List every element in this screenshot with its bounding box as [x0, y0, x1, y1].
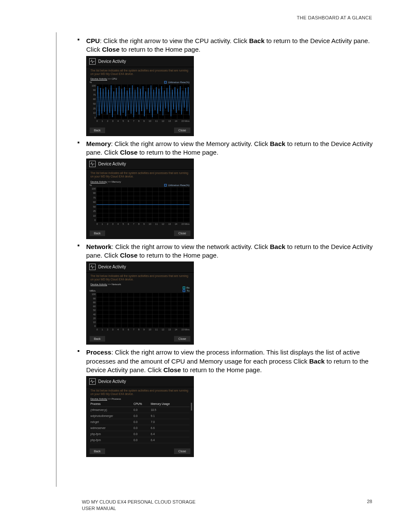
memory-chart: % 1009075605025100 012345678910111213141…: [90, 187, 190, 226]
panel-title: Device Activity: [98, 379, 126, 384]
item-network: Network: Click the right arrow to view t…: [86, 243, 385, 345]
panel-network: Device Activity The list below indicates…: [86, 261, 194, 345]
process-text: Process: Click the right arrow to view t…: [86, 348, 385, 374]
bc-root[interactable]: Device Activity: [90, 283, 107, 286]
panel-process: Device Activity The list below indicates…: [86, 376, 194, 457]
table-row: (nfmserver;p)0.010.5: [90, 407, 190, 413]
footer-product: WD MY CLOUD EX4 PERSONAL CLOUD STORAGE: [82, 499, 196, 505]
panel-cpu: Device Activity The list below indicates…: [86, 56, 194, 136]
panel-title: Device Activity: [98, 162, 126, 166]
close-button[interactable]: Close: [174, 448, 190, 454]
back-button[interactable]: Back: [90, 336, 105, 342]
vertical-rule: [56, 32, 56, 487]
breadcrumb: Device Activity >> Memory: [86, 180, 194, 184]
y-unit: MB/s: [90, 289, 96, 292]
cpu-text: CPU: Click the right arrow to view the C…: [86, 37, 385, 54]
close-button[interactable]: Close: [174, 128, 190, 133]
x-axis: 0123456789101112131415 Mins: [97, 119, 190, 123]
network-text: Network: Click the right arrow to view t…: [86, 243, 385, 260]
panel-desc: The list below indicates all the system …: [86, 67, 194, 77]
content: CPU: Click the right arrow to view the C…: [56, 37, 385, 457]
breadcrumb: Device Activity >> Process: [86, 397, 194, 401]
back-button[interactable]: Back: [90, 128, 105, 133]
legend: Utilization Rate(%): [86, 184, 194, 187]
page-header: THE DASHBOARD AT A GLANCE: [56, 15, 385, 20]
panel-memory: Device Activity The list below indicates…: [86, 159, 194, 239]
table-row: wdphotodbmerger0.09.1: [90, 413, 190, 419]
legend: Utilization Rate(%): [86, 81, 194, 84]
bc-root[interactable]: Device Activity: [90, 180, 107, 183]
activity-icon: [89, 264, 96, 270]
breadcrumb: Device Activity >> CPU: [86, 77, 194, 81]
plot-area: [97, 293, 190, 327]
table-header: Process CPU% Memory Usage: [90, 401, 190, 407]
page-number: 28: [367, 499, 372, 511]
plot-area: [97, 187, 190, 222]
legend-swatch-rx: [183, 286, 185, 289]
activity-icon: [89, 378, 96, 385]
y-unit: %: [90, 81, 92, 84]
close-button[interactable]: Close: [174, 230, 190, 236]
close-button[interactable]: Close: [174, 336, 190, 342]
y-unit: %: [90, 184, 92, 187]
page-footer: WD MY CLOUD EX4 PERSONAL CLOUD STORAGE U…: [56, 499, 385, 511]
item-memory: Memory: Click the right arrow to view th…: [86, 140, 385, 239]
process-table: Process CPU% Memory Usage (nfmserver;p)0…: [90, 401, 190, 443]
bc-root[interactable]: Device Activity: [90, 78, 107, 80]
cpu-chart: % 1009075605025100 012345678910111213141…: [90, 84, 190, 123]
y-axis: 1009075605025100: [90, 84, 97, 119]
scrollbar[interactable]: [191, 403, 192, 411]
legend: Rx Tx: [86, 286, 194, 293]
network-chart: MB/s 100908060504020100 0123456789101112…: [90, 293, 190, 332]
table-row: nzbget0.07.0: [90, 419, 190, 425]
table-row: php-fpm0.06.4: [90, 437, 190, 443]
legend-swatch-tx: [183, 289, 185, 292]
footer-manual: USER MANUAL: [82, 505, 196, 511]
table-row: php-fpm0.06.4: [90, 431, 190, 437]
panel-title: Device Activity: [98, 59, 126, 64]
table-row: wdmcserver0.06.6: [90, 425, 190, 431]
bc-root[interactable]: Device Activity: [90, 398, 107, 400]
breadcrumb: Device Activity >> Network: [86, 283, 194, 286]
legend-swatch: [164, 184, 167, 187]
panel-desc: The list below indicates all the system …: [86, 170, 194, 180]
legend-swatch: [164, 81, 167, 84]
item-process: Process: Click the right arrow to view t…: [86, 348, 385, 457]
activity-icon: [89, 161, 96, 167]
panel-title: Device Activity: [98, 264, 126, 269]
memory-text: Memory: Click the right arrow to view th…: [86, 140, 385, 157]
panel-desc: The list below indicates all the system …: [86, 273, 194, 283]
activity-icon: [89, 58, 96, 65]
y-axis: 1009075605025100: [90, 187, 97, 222]
y-axis: 100908060504020100: [90, 293, 97, 327]
x-axis: 0123456789101112131415 Mins: [97, 327, 190, 332]
panel-desc: The list below indicates all the system …: [86, 387, 194, 397]
item-cpu: CPU: Click the right arrow to view the C…: [86, 37, 385, 136]
plot-area: [97, 84, 190, 119]
x-axis: 0123456789101112131415 Mins: [97, 222, 190, 226]
back-button[interactable]: Back: [90, 448, 105, 454]
back-button[interactable]: Back: [90, 230, 105, 236]
